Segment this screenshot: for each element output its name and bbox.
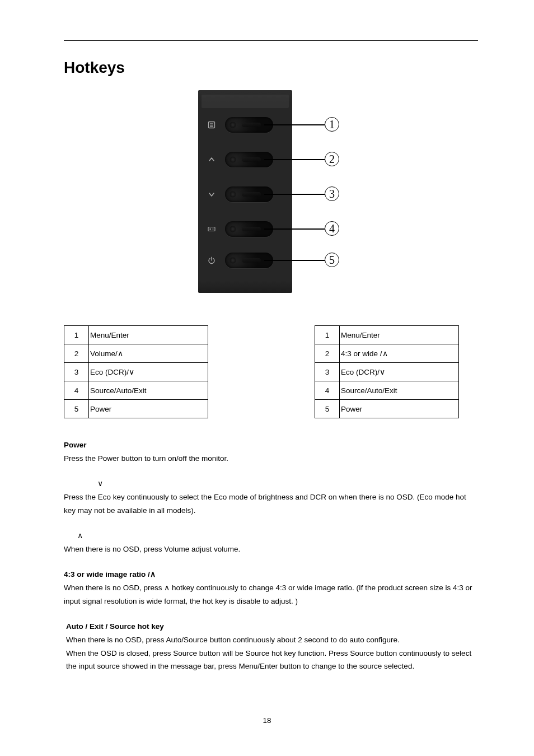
callout-5: 5 <box>325 253 339 267</box>
table-row: 2Volume/∧ <box>64 344 208 363</box>
svg-point-6 <box>213 228 214 230</box>
table-row: 1Menu/Enter <box>64 326 208 344</box>
text-eco: Press the Eco key continuously to select… <box>64 491 478 517</box>
lead-2 <box>264 159 325 160</box>
svg-rect-4 <box>208 227 215 231</box>
lead-4 <box>264 228 325 230</box>
callout-3: 3 <box>325 186 339 201</box>
cell-num: 2 <box>315 344 340 363</box>
cell-label: Eco (DCR)/∨ <box>340 363 459 381</box>
text-volume: When there is no OSD, press Volume adjus… <box>64 543 478 556</box>
cell-num: 4 <box>64 381 89 400</box>
panel-top-gloss <box>202 95 289 108</box>
button-panel-diagram: 1 2 3 4 5 <box>198 90 344 293</box>
table-row: 3Eco (DCR)/∨ <box>315 363 459 381</box>
cell-num: 3 <box>64 363 89 381</box>
diagram-wrap: 1 2 3 4 5 <box>64 90 478 293</box>
section-volume: ∧ When there is no OSD, press Volume adj… <box>64 529 478 556</box>
callout-1: 1 <box>325 117 339 132</box>
cell-num: 5 <box>64 400 89 418</box>
table-row: 5Power <box>315 400 459 418</box>
text-auto-1: When there is no OSD, press Auto/Source … <box>66 633 478 647</box>
svg-rect-5 <box>210 228 211 230</box>
callout-2: 2 <box>325 152 339 166</box>
cell-num: 4 <box>315 381 340 400</box>
cell-num: 3 <box>315 363 340 381</box>
text-auto-2: When the OSD is closed, press Source but… <box>66 647 478 673</box>
caret-down-symbol: ∨ <box>97 479 103 488</box>
cell-label: Source/Auto/Exit <box>340 381 459 400</box>
caret-down-icon <box>198 190 225 199</box>
page-title: Hotkeys <box>64 59 478 77</box>
lead-3 <box>264 194 325 195</box>
caret-up-icon <box>198 155 225 164</box>
lead-5 <box>264 260 325 261</box>
callout-4: 4 <box>325 221 339 236</box>
table-row: 4Source/Auto/Exit <box>64 381 208 400</box>
text-ratio: When there is no OSD, press ∧ hotkey con… <box>64 581 478 608</box>
cell-label: Volume/∧ <box>89 344 208 363</box>
table-row: 4Source/Auto/Exit <box>315 381 459 400</box>
heading-power: Power <box>64 441 87 449</box>
heading-auto: Auto / Exit / Source hot key <box>66 622 164 631</box>
source-icon <box>198 225 225 234</box>
page: Hotkeys <box>0 0 534 756</box>
table-row: 24:3 or wide /∧ <box>315 344 459 363</box>
cell-label: Menu/Enter <box>340 326 459 344</box>
cell-num: 2 <box>64 344 89 363</box>
heading-ratio: 4:3 or wide image ratio /∧ <box>64 570 156 578</box>
caret-up-symbol: ∧ <box>77 531 83 540</box>
section-auto: Auto / Exit / Source hot key When there … <box>66 620 478 673</box>
right-hotkey-table: 1Menu/Enter 24:3 or wide /∧ 3Eco (DCR)/∨… <box>315 325 459 418</box>
header-rule <box>64 40 478 41</box>
cell-num: 5 <box>315 400 340 418</box>
cell-label: Menu/Enter <box>89 326 208 344</box>
cell-label: Power <box>89 400 208 418</box>
lead-1 <box>264 124 325 125</box>
cell-label: 4:3 or wide /∧ <box>340 344 459 363</box>
body-text: Power Press the Power button to turn on/… <box>64 438 478 673</box>
tables-row: 1Menu/Enter 2Volume/∧ 3Eco (DCR)/∨ 4Sour… <box>64 325 478 418</box>
section-power: Power Press the Power button to turn on/… <box>64 438 478 465</box>
page-number: 18 <box>0 716 534 725</box>
panel-body <box>198 90 292 293</box>
section-eco: ∨ Press the Eco key continuously to sele… <box>64 477 478 517</box>
table-row: 1Menu/Enter <box>315 326 459 344</box>
power-icon <box>198 256 225 265</box>
table-row: 5Power <box>64 400 208 418</box>
table-row: 3Eco (DCR)/∨ <box>64 363 208 381</box>
section-ratio: 4:3 or wide image ratio /∧ When there is… <box>64 568 478 608</box>
menu-icon <box>198 120 225 129</box>
cell-label: Eco (DCR)/∨ <box>89 363 208 381</box>
cell-label: Power <box>340 400 459 418</box>
text-power: Press the Power button to turn on/off th… <box>64 452 478 465</box>
cell-num: 1 <box>315 326 340 344</box>
cell-label: Source/Auto/Exit <box>89 381 208 400</box>
left-hotkey-table: 1Menu/Enter 2Volume/∧ 3Eco (DCR)/∨ 4Sour… <box>64 325 208 418</box>
cell-num: 1 <box>64 326 89 344</box>
